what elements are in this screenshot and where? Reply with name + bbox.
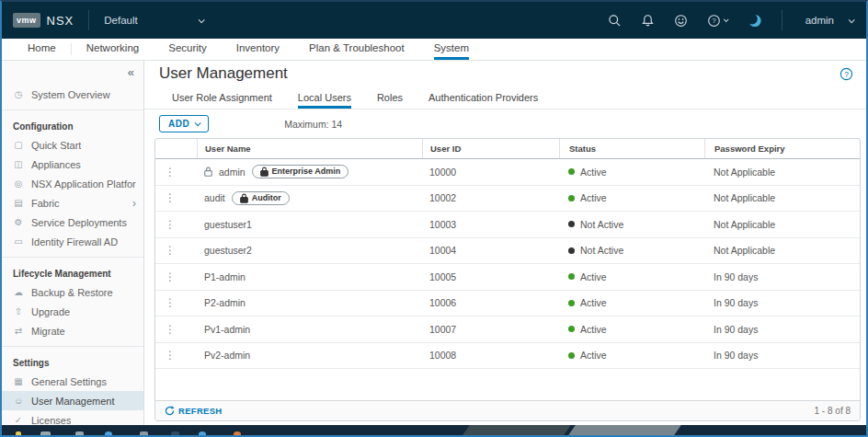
sidebar-item-user-management[interactable]: ☺User Management	[2, 391, 143, 410]
nav-tab-label: Security	[168, 42, 207, 60]
sidebar-item-label: System Overview	[31, 89, 110, 100]
nav-tab-home[interactable]: Home	[13, 39, 71, 60]
sidebar-collapse-button[interactable]: «	[128, 64, 134, 81]
user-id: 10005	[422, 271, 559, 282]
status-dot	[568, 195, 575, 201]
status-cell: Active	[559, 271, 704, 282]
lock-icon	[260, 167, 268, 177]
feedback-button[interactable]	[674, 14, 688, 28]
table-body: ⋮adminEnterprise Admin10000ActiveNot App…	[155, 159, 860, 369]
role-badge: Auditor	[232, 191, 290, 205]
project-dropdown[interactable]: Default	[104, 15, 203, 26]
status-label: Active	[580, 271, 607, 282]
tab-roles[interactable]: Roles	[364, 90, 416, 109]
status-label: Active	[580, 192, 607, 203]
sidebar-sections: ◷System OverviewConfiguration▢Quick Star…	[2, 81, 143, 425]
refresh-button[interactable]: REFRESH	[165, 406, 223, 416]
general-settings-icon: ▦	[13, 376, 24, 386]
sidebar-item-backup-restore[interactable]: ☁Backup & Restore	[2, 282, 143, 302]
licenses-icon: ✓	[13, 415, 24, 425]
help-menu-button[interactable]: ?	[707, 14, 727, 28]
product-name: NSX	[47, 14, 74, 28]
user-name: P1-admin	[204, 271, 246, 282]
tab-authentication-providers[interactable]: Authentication Providers	[416, 90, 551, 109]
sidebar-section-header-settings: Settings	[2, 351, 143, 372]
sidebar-item-migrate[interactable]: ⇄Migrate	[2, 321, 143, 340]
sidebar-item-identity-firewall-ad[interactable]: ▭Identity Firewall AD	[2, 232, 143, 251]
sidebar: « ◷System OverviewConfiguration▢Quick St…	[2, 61, 144, 425]
password-expiry: Not Applicable	[704, 245, 860, 256]
chevron-down-icon	[199, 17, 205, 23]
search-button[interactable]	[608, 14, 622, 28]
row-menu-button[interactable]: ⋮	[165, 167, 176, 177]
user-name: P2-admin	[204, 297, 246, 308]
sidebar-item-general-settings[interactable]: ▦General Settings	[2, 372, 143, 391]
user-management-icon: ☺	[13, 396, 24, 406]
add-button[interactable]: ADD	[159, 115, 209, 132]
sidebar-item-licenses[interactable]: ✓Licenses	[2, 410, 143, 425]
sidebar-item-system-overview[interactable]: ◷System Overview	[2, 85, 143, 104]
sidebar-item-appliances[interactable]: ◫Appliances	[2, 155, 143, 174]
tab-local-users[interactable]: Local Users	[285, 90, 364, 109]
password-expiry: In 90 days	[704, 350, 860, 361]
nav-tab-inventory[interactable]: Inventory	[222, 39, 294, 60]
os-taskbar	[2, 425, 866, 435]
row-menu-button[interactable]: ⋮	[165, 246, 176, 255]
taskbar-icon	[199, 431, 206, 435]
page-title: User Management	[159, 65, 288, 82]
row-menu-button[interactable]: ⋮	[165, 193, 176, 202]
user-name: guestuser2	[204, 245, 252, 256]
row-menu-button[interactable]: ⋮	[165, 298, 176, 307]
user-name-cell: guestuser1	[197, 219, 422, 230]
nav-tab-system[interactable]: System	[419, 39, 484, 60]
row-menu-button[interactable]: ⋮	[165, 351, 176, 360]
sidebar-item-label: Service Deployments	[31, 217, 127, 228]
nav-tab-security[interactable]: Security	[154, 39, 222, 60]
topbar-actions: ? admin	[608, 10, 853, 30]
user-name-cell: P1-admin	[197, 271, 422, 282]
local-users-table: User NameUser IDStatusPassword Expiry ⋮a…	[154, 138, 861, 421]
table-row: ⋮adminEnterprise Admin10000ActiveNot App…	[155, 159, 860, 186]
chevron-down-icon	[849, 17, 855, 23]
user-name-cell: guestuser2	[197, 245, 422, 256]
row-menu-button[interactable]: ⋮	[165, 220, 176, 229]
sidebar-item-service-deployments[interactable]: ⚙Service Deployments	[2, 213, 143, 232]
dark-mode-button[interactable]	[747, 13, 762, 29]
lock-icon	[204, 167, 212, 177]
status-cell: Active	[559, 350, 704, 361]
sidebar-item-label: NSX Application Platform	[31, 178, 136, 190]
row-menu-button[interactable]: ⋮	[165, 272, 176, 282]
user-id: 10006	[422, 297, 559, 308]
row-menu-button[interactable]: ⋮	[165, 325, 176, 334]
user-name-cell: Pv1-admin	[197, 324, 422, 335]
page-help-button[interactable]: ?	[838, 65, 855, 86]
sidebar-item-label: Identity Firewall AD	[31, 236, 118, 247]
table-row: ⋮P2-admin10006ActiveIn 90 days	[155, 291, 860, 317]
status-cell: Not Active	[559, 219, 704, 230]
sidebar-section: Settings▦General Settings☺User Managemen…	[2, 346, 143, 425]
topbar: vmw NSX Default ?	[2, 2, 866, 39]
sidebar-item-upgrade[interactable]: ⇧Upgrade	[2, 302, 143, 321]
nav-tab-networking[interactable]: Networking	[72, 39, 154, 60]
appliances-icon: ◫	[13, 159, 24, 169]
application-platform-icon: ◎	[13, 178, 24, 189]
system-overview-icon: ◷	[13, 89, 24, 99]
migrate-icon: ⇄	[13, 326, 24, 336]
tab-user-role-assignment[interactable]: User Role Assignment	[159, 90, 285, 109]
chevron-down-icon	[195, 120, 201, 126]
role-badge-label: Enterprise Admin	[272, 167, 341, 177]
user-name: Pv2-admin	[204, 350, 250, 361]
notifications-button[interactable]	[641, 14, 655, 28]
sidebar-section-header-lifecycle-management: Lifecycle Management	[2, 261, 143, 282]
user-menu[interactable]: admin	[805, 15, 853, 26]
user-name-cell: P2-admin	[197, 297, 422, 308]
sidebar-item-quick-start[interactable]: ▢Quick Start	[2, 135, 143, 155]
sidebar-item-fabric[interactable]: ▤Fabric›	[2, 193, 143, 213]
backup-restore-icon: ☁	[13, 287, 24, 297]
table-footer: REFRESH 1 - 8 of 8	[155, 400, 860, 420]
smiley-icon	[674, 14, 688, 28]
nav-tab-label: Home	[28, 42, 56, 60]
bell-icon	[641, 14, 655, 28]
nav-tab-plan-troubleshoot[interactable]: Plan & Troubleshoot	[294, 39, 419, 60]
sidebar-item-nsx-application-platform[interactable]: ◎NSX Application Platform	[2, 174, 143, 193]
